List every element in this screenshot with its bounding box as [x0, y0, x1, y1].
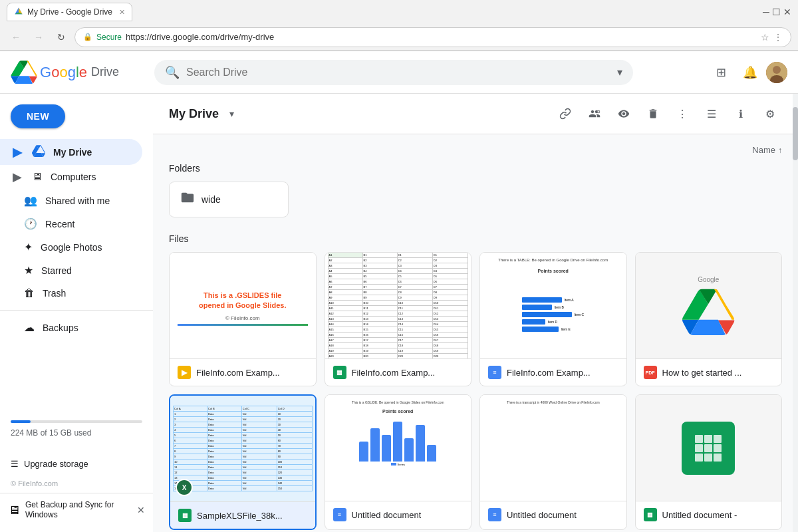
file-preview-2: There is a TABLE: Be opened in Google Dr… — [480, 253, 626, 359]
file-info-6: ≡ Untitled document — [480, 501, 626, 528]
settings-button[interactable]: ⚙ — [758, 102, 782, 126]
file-info-2: ≡ FileInfo.com Examp... — [480, 359, 626, 386]
tab-close-icon[interactable]: ✕ — [119, 8, 125, 17]
apps-grid-button[interactable]: ⊞ — [708, 59, 734, 86]
new-button[interactable]: NEW — [11, 104, 65, 128]
folder-name-wide: wide — [201, 194, 221, 205]
logo-google-text: Google — [40, 64, 87, 81]
add-people-button[interactable] — [583, 102, 606, 126]
file-name-6: Untitled document — [507, 510, 577, 520]
file-preview-6: There is a transcript in 4000 Word Onlin… — [480, 395, 626, 501]
my-drive-arrow-icon: ▶ — [11, 146, 24, 159]
file-info-5: ≡ Untitled document — [325, 501, 471, 528]
content-actions: ⋮ ☰ ℹ ⚙ — [553, 102, 782, 126]
sheets-preview-icon — [682, 422, 735, 475]
sidebar-item-photos[interactable]: ✦ Google Photos — [0, 235, 142, 259]
logo-drive-text: Drive — [91, 65, 119, 79]
delete-button[interactable] — [641, 102, 665, 126]
trash-icon: 🗑 — [24, 287, 35, 299]
file-name-5: Untitled document — [352, 510, 422, 520]
upgrade-storage-button[interactable]: ☰ Upgrade storage — [0, 454, 153, 474]
file-name-7: Untitled document - — [662, 510, 737, 520]
content-header: My Drive ▾ — [153, 94, 798, 134]
file-card-6[interactable]: There is a transcript in 4000 Word Onlin… — [479, 394, 627, 530]
forward-button[interactable]: → — [29, 28, 48, 47]
sidebar-item-backups[interactable]: ☁ Backups — [0, 316, 142, 339]
address-bar-menu-icon[interactable]: ⋮ — [773, 32, 783, 43]
sidebar-item-photos-label: Google Photos — [41, 242, 102, 253]
file-card-1[interactable]: A1B1C1D1 A2B2C2D2 A3B3C3D3 A4B4C4D4 A5B5… — [325, 252, 472, 386]
svg-rect-14 — [714, 444, 722, 452]
browser-tab[interactable]: My Drive - Google Drive ✕ — [7, 3, 132, 21]
url-text[interactable]: https://drive.google.com/drive/my-drive — [126, 32, 757, 42]
svg-rect-15 — [695, 454, 703, 462]
sort-label: Name — [752, 145, 775, 155]
preview-button[interactable] — [612, 102, 636, 126]
svg-rect-11 — [714, 435, 722, 443]
file-card-3[interactable]: Google — [635, 252, 783, 386]
list-view-button[interactable]: ☰ — [700, 102, 724, 126]
files-section-label: Files — [169, 233, 782, 244]
sidebar-item-shared[interactable]: 👥 Shared with me — [0, 189, 142, 212]
search-input[interactable] — [186, 66, 610, 78]
sidebar-item-recent[interactable]: 🕐 Recent — [0, 212, 142, 235]
close-window-icon[interactable]: ✕ — [783, 7, 791, 17]
computers-arrow-icon: ▶ — [11, 170, 24, 184]
search-dropdown-icon[interactable]: ▾ — [617, 66, 622, 78]
info-button[interactable]: ℹ — [729, 102, 753, 126]
file-card-0[interactable]: This is a .GSLIDES fileopened in Google … — [169, 252, 317, 386]
folder-icon — [180, 190, 195, 209]
backup-monitor-icon: 🖥 — [8, 503, 20, 517]
sidebar-item-trash-label: Trash — [43, 288, 66, 299]
file-card-2[interactable]: There is a TABLE: Be opened in Google Dr… — [479, 252, 627, 386]
notifications-button[interactable]: 🔔 — [737, 59, 763, 86]
secure-icon: 🔒 — [83, 33, 92, 41]
sort-arrow-icon[interactable]: ↑ — [778, 146, 782, 155]
back-button[interactable]: ← — [7, 28, 25, 47]
more-options-button[interactable]: ⋮ — [670, 102, 694, 126]
sidebar-item-computers[interactable]: ▶ 🖥 Computers — [0, 165, 142, 189]
file-type-icon-7: ▦ — [644, 508, 657, 521]
sidebar: NEW ▶ My Drive — [0, 94, 153, 532]
reload-button[interactable]: ↻ — [52, 28, 70, 47]
folder-item-wide[interactable]: wide — [169, 182, 289, 217]
sidebar-item-trash[interactable]: 🗑 Trash — [0, 282, 142, 305]
content-title-dropdown[interactable]: ▾ — [229, 108, 234, 119]
google-drive-logo: Google Drive — [11, 61, 144, 84]
sidebar-item-starred[interactable]: ★ Starred — [0, 259, 142, 282]
file-name-2: FileInfo.com Examp... — [507, 368, 591, 378]
file-name-1: FileInfo.com Examp... — [352, 368, 436, 378]
search-bar-container[interactable]: 🔍 ▾ — [154, 60, 633, 85]
my-drive-icon — [32, 144, 45, 160]
file-type-icon-4: ▦ — [178, 509, 192, 522]
header-actions: ⊞ 🔔 — [708, 59, 787, 86]
sidebar-item-my-drive[interactable]: ▶ My Drive — [0, 139, 142, 165]
file-type-icon-5: ≡ — [333, 508, 346, 521]
content-area: My Drive ▾ — [153, 94, 798, 532]
backup-close-icon[interactable]: ✕ — [137, 505, 145, 515]
maximize-icon[interactable]: ☐ — [772, 7, 781, 17]
file-type-icon-0: ▶ — [178, 366, 191, 379]
bookmark-icon[interactable]: ☆ — [761, 32, 769, 43]
file-card-5[interactable]: This is a GSLIDE: Be opened in Google Sl… — [325, 394, 472, 530]
svg-point-4 — [773, 66, 781, 74]
file-card-7[interactable]: ▦ Untitled document - — [635, 394, 783, 530]
sidebar-item-starred-label: Starred — [41, 265, 72, 276]
recent-icon: 🕐 — [24, 217, 37, 230]
backup-banner-text: Get Backup and Sync for Windows — [25, 500, 132, 521]
file-preview-7 — [636, 395, 782, 501]
sidebar-item-label: My Drive — [53, 147, 92, 158]
get-link-button[interactable] — [553, 102, 577, 126]
content-body: Name ↑ Folders wide — [153, 134, 798, 532]
scrollbar-thumb[interactable] — [793, 107, 798, 160]
files-grid: This is a .GSLIDES fileopened in Google … — [169, 252, 782, 530]
minimize-icon[interactable]: ─ — [763, 7, 769, 17]
scrollbar-track[interactable] — [793, 94, 798, 532]
sidebar-item-computers-label: Computers — [51, 172, 96, 182]
shared-icon: 👥 — [24, 194, 37, 207]
svg-rect-17 — [714, 454, 722, 462]
user-avatar[interactable] — [766, 62, 787, 83]
file-card-4[interactable]: Col ACol BCol CCol D 1DataVal10 2DataVal… — [169, 394, 317, 530]
address-bar: 🔒 Secure https://drive.google.com/drive/… — [74, 27, 791, 47]
file-type-icon-6: ≡ — [488, 508, 501, 521]
